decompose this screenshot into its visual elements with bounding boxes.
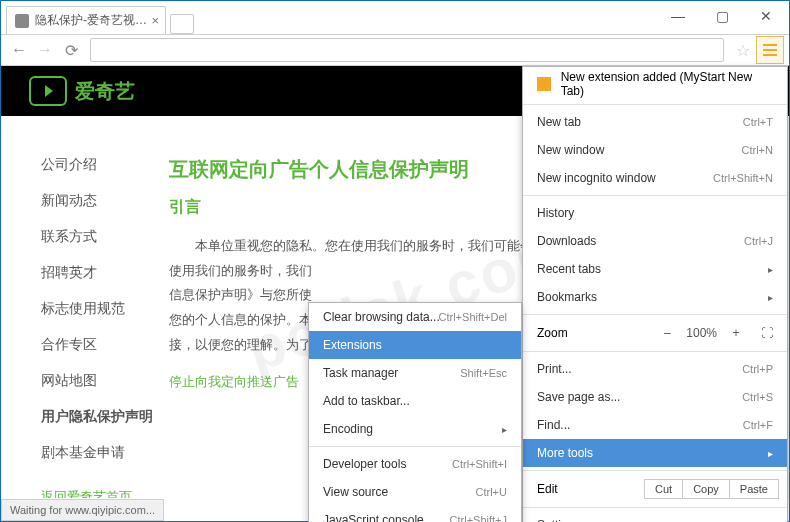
sidebar-item[interactable]: 合作专区 [41, 336, 161, 354]
menu-incognito[interactable]: New incognito windowCtrl+Shift+N [523, 164, 787, 192]
menu-settings[interactable]: Settings [523, 511, 787, 522]
brand-text: 爱奇艺 [75, 78, 135, 105]
sidebar-item[interactable]: 标志使用规范 [41, 300, 161, 318]
tab-title: 隐私保护-爱奇艺视频 - 悦… [35, 12, 157, 29]
sidebar-item[interactable]: 网站地图 [41, 372, 161, 390]
menu-separator [523, 470, 787, 471]
menu-zoom: Zoom – 100% + ⛶ [523, 318, 787, 348]
more-tools-submenu: Clear browsing data...Ctrl+Shift+Del Ext… [308, 302, 522, 522]
new-tab-button[interactable] [170, 14, 194, 34]
menu-bookmarks[interactable]: Bookmarks▸ [523, 283, 787, 311]
menu-separator [523, 351, 787, 352]
submenu-add-taskbar[interactable]: Add to taskbar... [309, 387, 521, 415]
maximize-button[interactable]: ▢ [700, 2, 744, 30]
zoom-out-button[interactable]: – [656, 326, 678, 340]
menu-separator [523, 507, 787, 508]
extension-alert-icon [537, 77, 551, 91]
omnibox[interactable] [90, 38, 724, 62]
menu-find[interactable]: Find...Ctrl+F [523, 411, 787, 439]
chrome-menu-button[interactable] [756, 36, 784, 64]
submenu-devtools[interactable]: Developer toolsCtrl+Shift+I [309, 450, 521, 478]
back-home-link[interactable]: 返回爱奇艺首页 [41, 488, 161, 498]
menu-separator [523, 104, 787, 105]
copy-button[interactable]: Copy [682, 479, 730, 499]
bookmark-star-icon[interactable]: ☆ [730, 37, 756, 63]
menu-downloads[interactable]: DownloadsCtrl+J [523, 227, 787, 255]
submenu-clear-data[interactable]: Clear browsing data...Ctrl+Shift+Del [309, 303, 521, 331]
fullscreen-icon[interactable]: ⛶ [761, 326, 773, 340]
logo-mark-icon [29, 76, 67, 106]
tab-active[interactable]: 隐私保护-爱奇艺视频 - 悦… × [6, 6, 166, 34]
sidebar-item[interactable]: 新闻动态 [41, 192, 161, 210]
chevron-right-icon: ▸ [768, 264, 773, 275]
menu-extension-notice[interactable]: New extension added (MyStart New Tab) [523, 67, 787, 101]
sidebar-item[interactable]: 公司介绍 [41, 156, 161, 174]
hamburger-icon [763, 44, 777, 56]
menu-separator [523, 195, 787, 196]
menu-recent-tabs[interactable]: Recent tabs▸ [523, 255, 787, 283]
menu-more-tools[interactable]: More tools▸ [523, 439, 787, 467]
submenu-task-manager[interactable]: Task managerShift+Esc [309, 359, 521, 387]
zoom-in-button[interactable]: + [725, 326, 747, 340]
toolbar: ← → ⟳ ☆ [0, 34, 790, 66]
menu-new-window[interactable]: New windowCtrl+N [523, 136, 787, 164]
menu-history[interactable]: History [523, 199, 787, 227]
paste-button[interactable]: Paste [729, 479, 779, 499]
submenu-js-console[interactable]: JavaScript consoleCtrl+Shift+J [309, 506, 521, 522]
submenu-view-source[interactable]: View sourceCtrl+U [309, 478, 521, 506]
chevron-right-icon: ▸ [768, 292, 773, 303]
menu-separator [309, 446, 521, 447]
submenu-extensions[interactable]: Extensions [309, 331, 521, 359]
submenu-encoding[interactable]: Encoding▸ [309, 415, 521, 443]
menu-print[interactable]: Print...Ctrl+P [523, 355, 787, 383]
status-text: Waiting for www.qiyipic.com... [10, 504, 155, 516]
chrome-main-menu: New extension added (MyStart New Tab) Ne… [522, 66, 788, 522]
back-button[interactable]: ← [6, 37, 32, 63]
sidebar-item[interactable]: 招聘英才 [41, 264, 161, 282]
status-bar: Waiting for www.qiyipic.com... [1, 499, 164, 521]
sidebar-item-active[interactable]: 用户隐私保护声明 [41, 408, 161, 426]
tab-close-icon[interactable]: × [151, 13, 159, 28]
close-button[interactable]: ✕ [744, 2, 788, 30]
sidebar-item[interactable]: 联系方式 [41, 228, 161, 246]
menu-new-tab[interactable]: New tabCtrl+T [523, 108, 787, 136]
zoom-value: 100% [686, 326, 717, 340]
menu-separator [523, 314, 787, 315]
menu-save-page[interactable]: Save page as...Ctrl+S [523, 383, 787, 411]
forward-button[interactable]: → [32, 37, 58, 63]
chevron-right-icon: ▸ [768, 448, 773, 459]
sidebar-item[interactable]: 剧本基金申请 [41, 444, 161, 462]
favicon-icon [15, 14, 29, 28]
minimize-button[interactable]: — [656, 2, 700, 30]
reload-button[interactable]: ⟳ [58, 37, 84, 63]
menu-edit: Edit Cut Copy Paste [523, 474, 787, 504]
iqiyi-logo[interactable]: 爱奇艺 [29, 76, 135, 106]
sidebar: 公司介绍 新闻动态 联系方式 招聘英才 标志使用规范 合作专区 网站地图 用户隐… [41, 156, 161, 498]
cut-button[interactable]: Cut [644, 479, 683, 499]
chevron-right-icon: ▸ [502, 424, 507, 435]
